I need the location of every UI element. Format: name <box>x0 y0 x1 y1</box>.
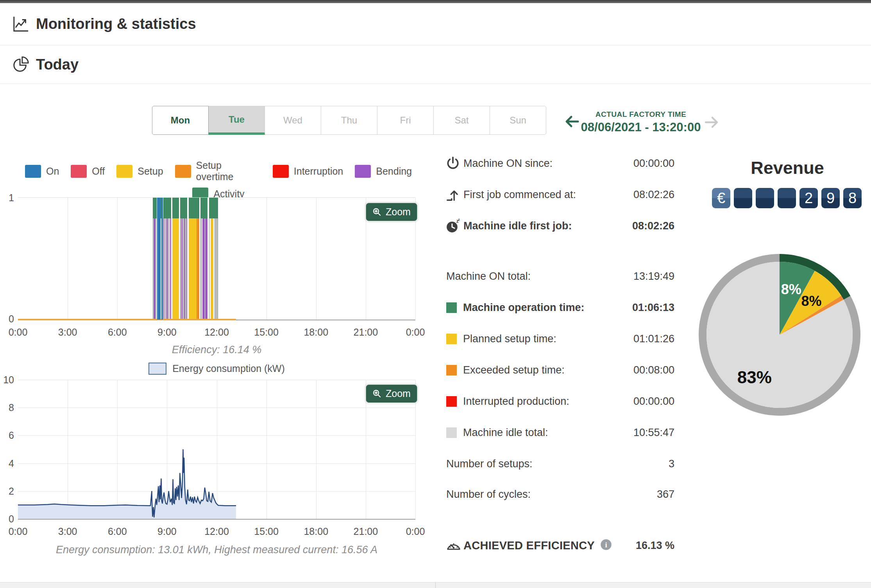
tab-sat[interactable]: Sat <box>433 106 490 135</box>
state-segment-bending <box>166 218 166 320</box>
stat-value: 01:06:13 <box>632 302 674 314</box>
pie-slice-label: 8% <box>801 293 821 309</box>
state-legend: OnOffSetupSetup overtimeInterruptionBend… <box>25 160 412 200</box>
legend-swatch-setup <box>116 165 132 178</box>
actual-factory-time: ACTUAL FACTORY TIME 08/06/2021 - 13:20:0… <box>578 110 703 134</box>
tab-thu[interactable]: Thu <box>321 106 377 135</box>
pie-slice-label: 8% <box>781 281 801 297</box>
arrow-right-icon <box>703 113 721 131</box>
stat-label: Machine idle first job: <box>463 220 572 232</box>
y-tick-label: 1 <box>0 192 14 204</box>
stat-label: Number of cycles: <box>446 488 531 500</box>
timeline-x-axis: 0:003:006:009:0012:0015:0018:0021:000:00 <box>18 327 415 338</box>
legend-label: Bending <box>376 166 412 177</box>
y-tick-label: 4 <box>0 458 14 469</box>
state-segment-bending <box>170 218 171 320</box>
stat-row-machine-operation-time: Machine operation time:01:06:13 <box>445 298 674 317</box>
revenue-title: Revenue <box>715 158 860 178</box>
weekday-tabs: MonTueWedThuFriSatSun <box>152 106 546 135</box>
y-tick-label: 8 <box>0 402 14 413</box>
state-segment-bending <box>186 218 187 320</box>
energy-chart[interactable] <box>18 380 415 520</box>
energy-zoom-button[interactable]: Zoom <box>366 384 417 403</box>
zoom-button-label: Zoom <box>386 206 411 218</box>
legend-item-interruption: Interruption <box>273 165 343 178</box>
line-chart-icon <box>12 15 30 33</box>
color-chip-idle <box>446 427 457 438</box>
x-tick-label: 18:00 <box>304 327 328 338</box>
x-tick-label: 3:00 <box>58 526 77 537</box>
y-tick-label: 0 <box>0 313 14 325</box>
achieved-efficiency-value: 16.13 % <box>636 540 674 552</box>
stat-label: Machine operation time: <box>463 302 585 314</box>
x-tick-label: 21:00 <box>354 526 378 537</box>
activity-segment <box>180 198 188 218</box>
legend-label: Off <box>92 166 105 177</box>
state-segment-bending <box>163 218 164 320</box>
tab-mon[interactable]: Mon <box>152 106 209 135</box>
state-segment-bending <box>181 218 181 320</box>
stat-row-first-job-commenced-at: First job commenced at:08:02:26 <box>445 185 674 204</box>
stat-row-exceeded-setup-time: Exceeded setup time:00:08:00 <box>445 361 674 379</box>
x-tick-label: 0:00 <box>406 526 425 537</box>
first-job-icon <box>445 187 463 202</box>
legend-swatch-on <box>25 165 41 178</box>
stat-value: 00:00:00 <box>633 157 674 170</box>
page-title: Monitoring & statistics <box>36 16 196 32</box>
tab-wed[interactable]: Wed <box>265 106 321 135</box>
section-title: Today <box>36 56 79 73</box>
state-segment-bending <box>180 218 181 320</box>
energy-legend-label: Energy consumption (kW) <box>172 363 285 374</box>
revenue-digit-tile <box>778 188 796 208</box>
state-segment-bending <box>170 218 170 320</box>
state-segment-bending <box>182 218 183 320</box>
x-tick-label: 12:00 <box>204 327 229 338</box>
state-segment-bending <box>202 218 205 320</box>
x-tick-label: 9:00 <box>157 327 177 338</box>
stat-row-machine-on-total: Machine ON total:13:19:49 <box>445 267 674 286</box>
stat-label: Exceeded setup time: <box>463 364 565 376</box>
stat-value: 3 <box>669 458 674 470</box>
state-segment-bending <box>218 218 218 320</box>
stat-label: Number of setups: <box>446 458 533 470</box>
state-segment-bending <box>205 218 207 320</box>
legend-swatch-interruption <box>273 165 289 178</box>
tab-fri[interactable]: Fri <box>377 106 434 135</box>
gridline <box>68 198 68 320</box>
stat-row-number-of-setups: Number of setups:3 <box>445 454 674 473</box>
timeline-zoom-button[interactable]: Zoom <box>366 203 417 221</box>
stat-label: Planned setup time: <box>463 333 556 345</box>
x-tick-label: 9:00 <box>157 526 177 537</box>
gridline <box>316 198 317 320</box>
stat-value: 00:08:00 <box>633 364 674 376</box>
x-tick-label: 0:00 <box>9 526 28 537</box>
revenue-digit-tile <box>756 188 774 208</box>
next-day-button[interactable] <box>703 113 721 131</box>
activity-segment <box>189 198 200 218</box>
revenue-digit-tile: 8 <box>843 188 862 208</box>
legend-swatch-bending <box>355 165 371 178</box>
tab-tue[interactable]: Tue <box>208 106 265 135</box>
color-chip-activity <box>446 302 457 313</box>
legend-label: Setup <box>138 166 163 177</box>
footer-strip <box>0 582 871 588</box>
info-icon[interactable]: i <box>600 539 612 552</box>
pie-chart-icon <box>12 55 30 73</box>
tab-sun[interactable]: Sun <box>490 106 546 135</box>
x-tick-label: 18:00 <box>304 526 328 537</box>
section-header: Today <box>0 45 871 84</box>
state-segment-bending <box>184 218 185 320</box>
legend-label: Setup overtime <box>196 160 261 182</box>
machine-state-chart[interactable] <box>18 197 415 320</box>
state-segment-setup <box>189 218 197 320</box>
x-tick-label: 21:00 <box>354 327 378 338</box>
state-segment-bending <box>167 218 168 320</box>
energy-caption: Energy consumption: 13.01 kWh, Highest m… <box>18 544 415 556</box>
y-tick-label: 6 <box>0 430 14 441</box>
energy-x-axis: 0:003:006:009:0012:0015:0018:0021:000:00 <box>18 526 415 538</box>
window-top-strip <box>0 0 871 3</box>
state-segment-bending <box>216 218 216 320</box>
state-segment-setup <box>172 218 179 320</box>
stat-row-machine-idle-first-job: zzMachine idle first job:08:02:26 <box>445 216 674 235</box>
x-tick-label: 6:00 <box>108 526 127 537</box>
